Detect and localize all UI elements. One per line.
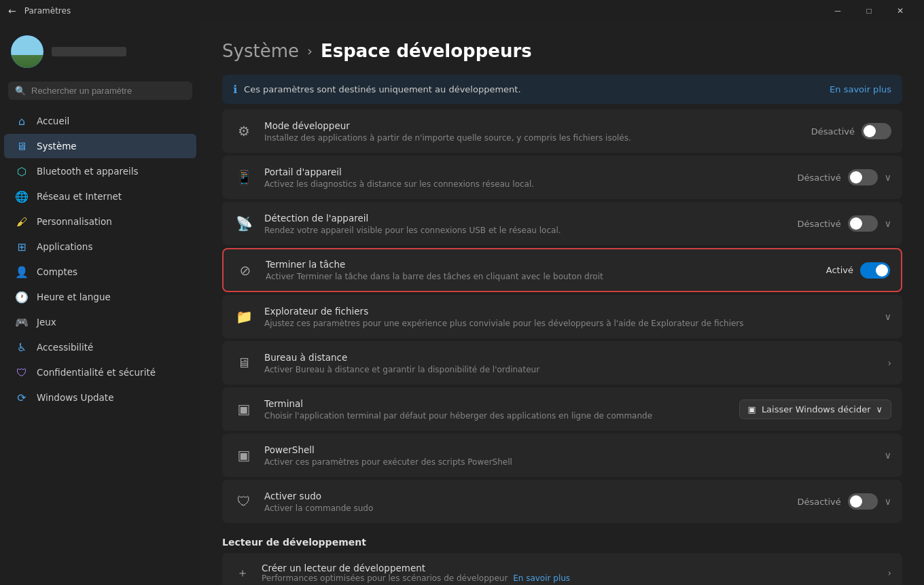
chevron-down-icon[interactable]: ∨ <box>885 172 891 183</box>
setting-row-detection_appareil[interactable]: 📡 Détection de l'appareil Rendez votre a… <box>222 202 902 245</box>
setting-title-terminer_tache: Terminer la tâche <box>266 259 817 270</box>
info-bar-left: ℹ Ces paramètres sont destinés uniquemen… <box>233 83 521 96</box>
setting-row-terminal[interactable]: ▣ Terminal Choisir l'application termina… <box>222 387 902 431</box>
chevron-down-icon: ∨ <box>876 404 883 414</box>
sidebar-item-label: Accueil <box>37 116 69 126</box>
chevron-down-icon[interactable]: ∨ <box>885 311 891 322</box>
chevron-down-icon[interactable]: ∨ <box>885 218 891 229</box>
dropdown-value-terminal: Laisser Windows décider <box>762 404 871 414</box>
dev-drive-row[interactable]: ＋ Créer un lecteur de développement Perf… <box>222 553 902 585</box>
monitor-icon: 🖥 <box>15 139 29 153</box>
toggle-portail_appareil[interactable] <box>848 169 878 185</box>
avatar <box>11 35 43 68</box>
setting-control-powershell: ∨ <box>885 450 891 461</box>
sidebar-item-label: Heure et langue <box>37 291 111 302</box>
back-button[interactable]: ← <box>8 5 16 16</box>
sidebar-item-heure[interactable]: 🕐 Heure et langue <box>4 285 196 309</box>
setting-desc-mode_dev: Installez des applications à partir de n… <box>264 133 802 143</box>
toggle-knob-sudo <box>850 495 862 508</box>
setting-text-portail_appareil: Portail d'appareil Activez les diagnosti… <box>264 166 787 189</box>
sidebar-item-windows_update[interactable]: ⟳ Windows Update <box>4 385 196 410</box>
sidebar-item-label: Accessibilité <box>37 342 93 353</box>
sidebar-item-label: Réseau et Internet <box>37 191 122 202</box>
setting-row-sudo[interactable]: 🛡 Activer sudo Activer la commande sudo … <box>222 480 902 523</box>
dev-drive-desc: Performances optimisées pour les scénari… <box>262 573 878 583</box>
sidebar-item-label: Windows Update <box>37 392 113 403</box>
setting-icon-bureau_distance: 🖥 <box>233 352 255 374</box>
setting-status-portail_appareil: Désactivé <box>797 173 840 183</box>
sidebar-item-systeme[interactable]: 🖥 Système <box>4 134 196 158</box>
setting-control-bureau_distance: › <box>887 357 891 368</box>
minimize-button[interactable]: ─ <box>822 0 853 22</box>
sidebar-item-applications[interactable]: ⊞ Applications <box>4 234 196 259</box>
setting-title-explorateur: Explorateur de fichiers <box>264 306 875 317</box>
setting-text-bureau_distance: Bureau à distance Activer Bureau à dista… <box>264 352 878 374</box>
setting-row-mode_dev[interactable]: ⚙ Mode développeur Installez des applica… <box>222 109 902 153</box>
dropdown-terminal[interactable]: ▣ Laisser Windows décider ∨ <box>739 400 891 419</box>
setting-status-sudo: Désactivé <box>797 497 840 507</box>
toggle-detection_appareil[interactable] <box>848 215 878 232</box>
setting-text-powershell: PowerShell Activer ces paramètres pour e… <box>264 444 875 467</box>
sidebar-item-label: Bluetooth et appareils <box>37 166 139 177</box>
home-icon: ⌂ <box>15 114 29 128</box>
search-bar[interactable]: 🔍 <box>8 82 192 100</box>
toggle-knob-terminer_tache <box>876 264 888 277</box>
search-icon: 🔍 <box>15 86 26 96</box>
setting-row-bureau_distance[interactable]: 🖥 Bureau à distance Activer Bureau à dis… <box>222 341 902 385</box>
info-text: Ces paramètres sont destinés uniquement … <box>244 84 521 94</box>
sidebar-item-confidentialite[interactable]: 🛡 Confidentialité et sécurité <box>4 360 196 385</box>
chevron-down-icon[interactable]: ∨ <box>885 450 891 461</box>
accessibility-icon: ♿ <box>15 340 29 354</box>
setting-desc-terminer_tache: Activer Terminer la tâche dans la barre … <box>266 272 817 281</box>
setting-text-sudo: Activer sudo Activer la commande sudo <box>264 491 787 513</box>
dev-drive-text: Créer un lecteur de développement Perfor… <box>262 563 878 583</box>
setting-text-explorateur: Explorateur de fichiers Ajustez ces para… <box>264 306 875 328</box>
sidebar-item-label: Comptes <box>37 266 77 277</box>
info-icon: ℹ <box>233 83 237 96</box>
setting-icon-terminal: ▣ <box>233 398 255 420</box>
setting-control-mode_dev: Désactivé <box>811 123 891 139</box>
chevron-right-icon: › <box>887 567 891 578</box>
page-title: Espace développeurs <box>321 41 532 61</box>
setting-icon-portail_appareil: 📱 <box>233 166 255 188</box>
chevron-down-icon[interactable]: ∨ <box>885 496 891 507</box>
sidebar-item-accessibilite[interactable]: ♿ Accessibilité <box>4 335 196 359</box>
setting-text-terminal: Terminal Choisir l'application terminal … <box>264 398 730 421</box>
network-icon: 🌐 <box>15 190 29 203</box>
sidebar-item-comptes[interactable]: 👤 Comptes <box>4 260 196 284</box>
maximize-button[interactable]: □ <box>853 0 885 22</box>
setting-row-explorateur[interactable]: 📁 Explorateur de fichiers Ajustez ces pa… <box>222 295 902 338</box>
setting-text-mode_dev: Mode développeur Installez des applicati… <box>264 120 802 143</box>
toggle-mode_dev[interactable] <box>861 123 891 139</box>
setting-control-explorateur: ∨ <box>885 311 891 322</box>
main-content: Système › Espace développeurs ℹ Ces para… <box>200 22 924 585</box>
titlebar: ← Paramètres ─ □ ✕ <box>0 0 924 22</box>
sidebar-item-personnalisation[interactable]: 🖌 Personnalisation <box>4 209 196 234</box>
setting-control-portail_appareil: Désactivé ∨ <box>797 169 891 185</box>
setting-row-terminer_tache[interactable]: ⊘ Terminer la tâche Activer Terminer la … <box>222 248 902 292</box>
toggle-terminer_tache[interactable] <box>860 262 890 279</box>
sidebar-item-bluetooth[interactable]: ⬡ Bluetooth et appareils <box>4 159 196 183</box>
breadcrumb-parent[interactable]: Système <box>222 41 299 61</box>
sidebar-item-accueil[interactable]: ⌂ Accueil <box>4 109 196 133</box>
close-button[interactable]: ✕ <box>885 0 916 22</box>
dev-drive-link[interactable]: En savoir plus <box>513 573 570 583</box>
terminal-icon: ▣ <box>748 404 756 414</box>
setting-desc-terminal: Choisir l'application terminal par défau… <box>264 411 730 421</box>
security-icon: 🛡 <box>15 366 29 379</box>
sidebar-item-reseau[interactable]: 🌐 Réseau et Internet <box>4 184 196 209</box>
setting-row-powershell[interactable]: ▣ PowerShell Activer ces paramètres pour… <box>222 433 902 477</box>
dev-drive-section-label: Lecteur de développement <box>222 537 902 548</box>
info-link[interactable]: En savoir plus <box>830 84 891 94</box>
setting-text-terminer_tache: Terminer la tâche Activer Terminer la tâ… <box>266 259 817 281</box>
toggle-knob-detection_appareil <box>850 217 862 230</box>
sidebar: 🔍 ⌂ Accueil 🖥 Système ⬡ Bluetooth et app… <box>0 22 200 585</box>
setting-row-portail_appareil[interactable]: 📱 Portail d'appareil Activez les diagnos… <box>222 156 902 199</box>
toggle-sudo[interactable] <box>848 493 878 510</box>
setting-desc-detection_appareil: Rendez votre appareil visible pour les c… <box>264 226 787 235</box>
search-input[interactable] <box>31 86 185 96</box>
setting-title-powershell: PowerShell <box>264 444 875 455</box>
sidebar-item-jeux[interactable]: 🎮 Jeux <box>4 310 196 334</box>
chevron-right-icon[interactable]: › <box>887 357 891 368</box>
setting-title-portail_appareil: Portail d'appareil <box>264 166 787 177</box>
